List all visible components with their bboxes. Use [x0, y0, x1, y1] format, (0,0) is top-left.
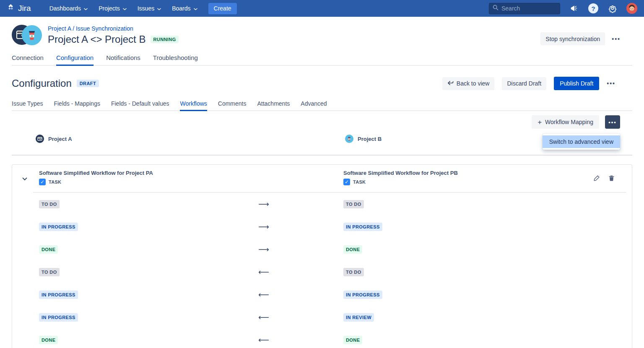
search-icon: [493, 5, 499, 12]
right-task-label: TASK: [353, 179, 366, 184]
status-badge-to-do: TO DO: [39, 268, 60, 276]
chevron-down-icon: [123, 5, 127, 12]
announcements-icon[interactable]: [569, 3, 579, 14]
left-project-header: Project A: [36, 135, 72, 143]
nav-item-dashboards[interactable]: Dashboards: [45, 3, 92, 14]
subtab-workflows[interactable]: Workflows: [180, 100, 207, 110]
settings-gear-icon[interactable]: [607, 3, 618, 14]
workflows-toolbar: + Workflow Mapping ••• Switch to advance…: [12, 115, 632, 129]
help-question-mark: ?: [588, 3, 598, 13]
direction-right-arrow-icon: ⟶: [258, 200, 269, 209]
delete-trash-icon[interactable]: [608, 175, 615, 182]
right-status-cell: IN REVIEW: [343, 313, 374, 322]
edit-pencil-icon[interactable]: [593, 175, 600, 182]
mapping-row: TO DO⟵TO DO: [12, 261, 632, 283]
subtab-fields-default-values[interactable]: Fields - Default values: [111, 100, 169, 110]
jira-logo-icon: [7, 3, 15, 14]
status-badge-in-progress: IN PROGRESS: [39, 313, 78, 322]
nav-item-boards[interactable]: Boards: [168, 3, 201, 14]
right-status-cell: TO DO: [343, 200, 364, 208]
stop-synchronization-button[interactable]: Stop synchronization: [540, 32, 605, 45]
plus-icon: +: [538, 119, 542, 126]
discard-draft-button[interactable]: Discard Draft: [502, 77, 546, 90]
main-tabs: ConnectionConfigurationNotificationsTrou…: [12, 54, 632, 66]
mapping-row: DONE⟵DONE: [12, 329, 632, 348]
jira-brand-text: Jira: [18, 4, 31, 13]
status-badge-in-progress: IN PROGRESS: [39, 291, 78, 299]
left-workflow-name: Software Simplified Workflow for Project…: [39, 170, 153, 176]
left-status-cell: IN PROGRESS: [39, 313, 78, 322]
publish-draft-button[interactable]: Publish Draft: [554, 77, 599, 90]
right-workflow-block: Software Simplified Workflow for Project…: [343, 170, 458, 185]
mapping-row: IN PROGRESS⟶IN PROGRESS: [12, 216, 632, 238]
search-input[interactable]: [501, 5, 552, 12]
direction-left-arrow-icon: ⟵: [258, 313, 269, 322]
user-avatar[interactable]: [626, 3, 637, 14]
add-workflow-mapping-button[interactable]: + Workflow Mapping: [532, 115, 599, 129]
subtab-issue-types[interactable]: Issue Types: [12, 100, 43, 110]
nav-item-label: Boards: [172, 5, 190, 12]
menu-item-switch-to-advanced-view[interactable]: Switch to advanced view: [543, 135, 620, 148]
mapping-rows: TO DO⟶TO DOIN PROGRESS⟶IN PROGRESSDONE⟶D…: [12, 193, 632, 348]
running-status-badge: RUNNING: [151, 36, 178, 43]
breadcrumb[interactable]: Project A / Issue Synchronization: [48, 25, 133, 32]
subtab-attachments[interactable]: Attachments: [257, 100, 290, 110]
mapping-table-header: Project A Project B: [12, 129, 632, 156]
back-to-view-label: Back to view: [457, 80, 490, 87]
subtab-comments[interactable]: Comments: [218, 100, 247, 110]
right-task-checkbox[interactable]: ✓: [343, 179, 350, 185]
sync-header: Project A / Issue Synchronization Projec…: [12, 17, 632, 46]
mapping-row: DONE⟶DONE: [12, 238, 632, 261]
tab-configuration[interactable]: Configuration: [56, 54, 93, 65]
status-badge-in-progress: IN PROGRESS: [343, 223, 382, 231]
right-status-cell: IN PROGRESS: [343, 223, 382, 231]
right-project-label: Project B: [358, 136, 382, 142]
nav-item-label: Projects: [99, 5, 120, 12]
direction-left-arrow-icon: ⟵: [258, 335, 269, 345]
help-icon[interactable]: ?: [588, 3, 599, 14]
collapse-chevron-icon[interactable]: [22, 175, 27, 182]
chevron-down-icon: [84, 5, 88, 12]
tab-notifications[interactable]: Notifications: [106, 54, 140, 65]
nav-right: ?: [489, 3, 637, 14]
back-arrow-icon: [447, 80, 454, 87]
subtab-fields-mappings[interactable]: Fields - Mappings: [54, 100, 100, 110]
configuration-subtabs: Issue TypesFields - MappingsFields - Def…: [12, 100, 632, 111]
page-title: Project A <> Project B: [48, 34, 145, 45]
project-b-avatar: [22, 25, 42, 45]
right-status-cell: DONE: [343, 245, 362, 254]
header-more-button[interactable]: •••: [612, 36, 621, 42]
project-a-mini-avatar: [36, 135, 44, 143]
mapping-row: IN PROGRESS⟵IN PROGRESS: [12, 283, 632, 306]
draft-badge: DRAFT: [77, 80, 99, 87]
status-badge-to-do: TO DO: [343, 200, 364, 208]
right-status-cell: TO DO: [343, 268, 364, 276]
search-box: [489, 3, 560, 14]
mapping-row: TO DO⟶TO DO: [12, 193, 632, 216]
chevron-down-icon: [157, 5, 161, 12]
configuration-more-button[interactable]: •••: [607, 80, 615, 87]
status-badge-done: DONE: [343, 336, 362, 344]
status-badge-in-progress: IN PROGRESS: [39, 223, 78, 231]
chevron-down-icon: [194, 5, 197, 12]
nav-menu: DashboardsProjectsIssuesBoards: [45, 3, 202, 14]
subtab-advanced[interactable]: Advanced: [301, 100, 327, 110]
back-to-view-button[interactable]: Back to view: [442, 77, 495, 90]
right-project-header: Project B: [345, 135, 382, 143]
jira-logo[interactable]: Jira: [7, 3, 31, 14]
tab-troubleshooting[interactable]: Troubleshooting: [153, 54, 198, 65]
left-task-checkbox[interactable]: ✓: [39, 179, 46, 185]
nav-item-projects[interactable]: Projects: [94, 3, 131, 14]
status-badge-to-do: TO DO: [39, 200, 60, 208]
project-b-mini-avatar: [345, 135, 353, 143]
workflows-more-button[interactable]: •••: [605, 115, 620, 129]
mapping-row: IN PROGRESS⟵IN REVIEW: [12, 306, 632, 329]
left-task-label: TASK: [49, 179, 61, 184]
tab-connection[interactable]: Connection: [12, 54, 44, 65]
create-button[interactable]: Create: [208, 3, 237, 14]
nav-item-issues[interactable]: Issues: [133, 3, 165, 14]
status-badge-in-review: IN REVIEW: [343, 313, 374, 322]
status-badge-done: DONE: [343, 245, 362, 254]
status-badge-done: DONE: [39, 336, 58, 344]
workflow-card-header: Software Simplified Workflow for Project…: [12, 165, 632, 192]
